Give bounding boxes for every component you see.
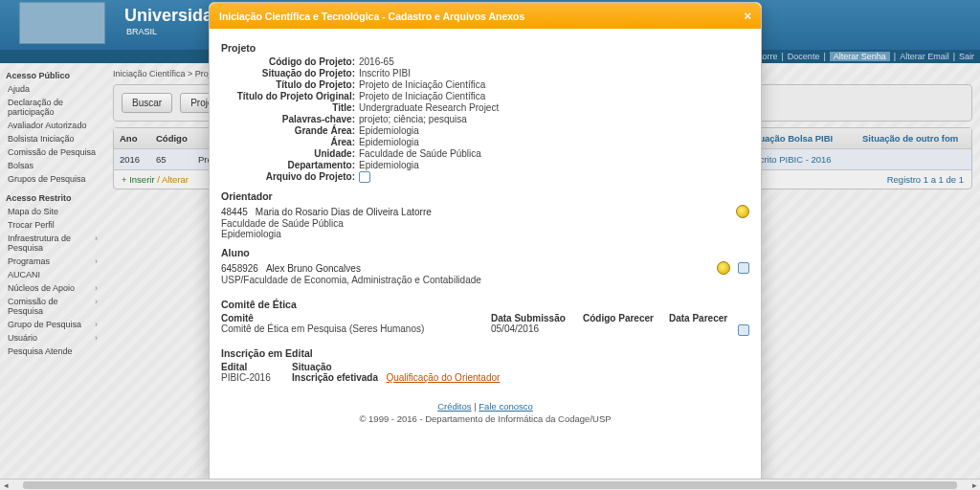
status-icon[interactable] [717, 261, 730, 275]
field-row: Título do Projeto:Projeto de Iniciação C… [221, 79, 749, 90]
td-edital: PIBIC-2016 [221, 372, 282, 383]
field-label: Unidade: [221, 148, 359, 159]
qualificacao-link[interactable]: Qualificação do Orientador [386, 372, 500, 383]
section-projeto: Projeto [221, 42, 749, 54]
card-icon[interactable] [738, 262, 749, 274]
field-row: Palavras-chave:projeto; ciência; pesquis… [221, 114, 749, 124]
section-comite: Comitê de Ética [221, 299, 749, 310]
scroll-left-icon[interactable]: ◂ [0, 480, 11, 490]
aluno-id: 6458926 [221, 263, 258, 274]
scroll-thumb[interactable] [23, 481, 957, 489]
section-aluno: Aluno [221, 247, 749, 258]
orientador-id: 48445 [221, 207, 248, 217]
field-label: Grande Área: [221, 125, 359, 136]
modal-body: Projeto Código do Projeto:2016-65Situaçã… [210, 29, 761, 487]
field-value: projeto; ciência; pesquisa [359, 114, 749, 124]
field-label: Situação do Projeto: [221, 68, 359, 78]
section-orientador: Orientador [221, 190, 749, 202]
th-data-parecer: Data Parecer [669, 313, 749, 323]
field-value: Epidemiologia [359, 137, 749, 147]
field-row: Unidade:Faculdade de Saúde Pública [221, 148, 749, 159]
field-value: Projeto de Iniciação Científica [359, 91, 749, 101]
field-label: Código do Projeto: [221, 56, 359, 67]
file-icon[interactable] [359, 171, 370, 183]
section-inscricao: Inscrição em Edital [221, 347, 749, 359]
field-value [359, 171, 749, 183]
field-row: Código do Projeto:2016-65 [221, 56, 749, 67]
aluno-nome: Alex Bruno Goncalves [266, 263, 709, 274]
td-data-parecer [669, 323, 749, 335]
status-icon[interactable] [736, 205, 749, 218]
th-comite: Comitê [221, 313, 491, 323]
horizontal-scrollbar[interactable]: ◂ ▸ [0, 479, 980, 490]
orientador-nome: Maria do Rosario Dias de Oliveira Latorr… [256, 207, 728, 217]
field-value: Undergraduate Research Project [359, 102, 749, 113]
field-row: Área:Epidemiologia [221, 137, 749, 147]
orientador-row: 48445 Maria do Rosario Dias de Oliveira … [221, 205, 749, 218]
modal-dialog: Iniciação Científica e Tecnológica - Cad… [209, 2, 762, 488]
td-situacao: Inscrição efetivada Qualificação do Orie… [292, 372, 749, 383]
modal-footer: Créditos | Fale conosco © 1999 - 2016 - … [221, 400, 749, 426]
field-value: Epidemiologia [359, 125, 749, 136]
field-value: Faculdade de Saúde Pública [359, 148, 749, 159]
field-label: Arquivo do Projeto: [221, 171, 359, 183]
field-label: Title: [221, 102, 359, 113]
field-value: 2016-65 [359, 56, 749, 67]
field-row: Title:Undergraduate Research Project [221, 102, 749, 113]
td-data-sub: 05/04/2016 [491, 323, 583, 334]
creditos-link[interactable]: Créditos [437, 401, 471, 412]
field-row: Arquivo do Projeto: [221, 171, 749, 183]
th-codigo-parecer: Código Parecer [583, 313, 669, 323]
aluno-row: 6458926 Alex Bruno Goncalves [221, 261, 749, 275]
field-value: Inscrito PIBI [359, 68, 749, 78]
field-label: Área: [221, 137, 359, 147]
th-edital: Edital [221, 362, 282, 372]
field-value: Projeto de Iniciação Científica [359, 79, 749, 90]
field-label: Departamento: [221, 160, 359, 170]
field-value: Epidemiologia [359, 160, 749, 170]
modal-titlebar: Iniciação Científica e Tecnológica - Cad… [210, 3, 761, 29]
field-row: Título do Projeto Original:Projeto de In… [221, 91, 749, 101]
field-row: Situação do Projeto:Inscrito PIBI [221, 68, 749, 78]
field-row: Departamento:Epidemiologia [221, 160, 749, 170]
fale-conosco-link[interactable]: Fale conosco [479, 401, 533, 412]
td-comite: Comitê de Ética em Pesquisa (Seres Human… [221, 323, 491, 334]
field-label: Palavras-chave: [221, 114, 359, 124]
aluno-vinculo: USP/Faculdade de Economia, Administração… [221, 275, 749, 285]
modal-title-text: Iniciação Científica e Tecnológica - Cad… [219, 11, 524, 22]
field-row: Grande Área:Epidemiologia [221, 125, 749, 136]
th-situacao: Situação [292, 362, 749, 372]
close-icon[interactable]: × [744, 9, 751, 23]
situacao-value: Inscrição efetivada [292, 372, 378, 383]
scroll-right-icon[interactable]: ▸ [969, 480, 980, 490]
field-label: Título do Projeto Original: [221, 91, 359, 101]
orientador-unidade: Faculdade de Saúde Pública [221, 218, 749, 229]
field-label: Título do Projeto: [221, 79, 359, 90]
document-icon[interactable] [738, 324, 749, 336]
copyright: © 1999 - 2016 - Departamento de Informát… [359, 413, 611, 424]
orientador-depto: Epidemiologia [221, 229, 749, 239]
th-data-sub: Data Submissão [491, 313, 583, 323]
